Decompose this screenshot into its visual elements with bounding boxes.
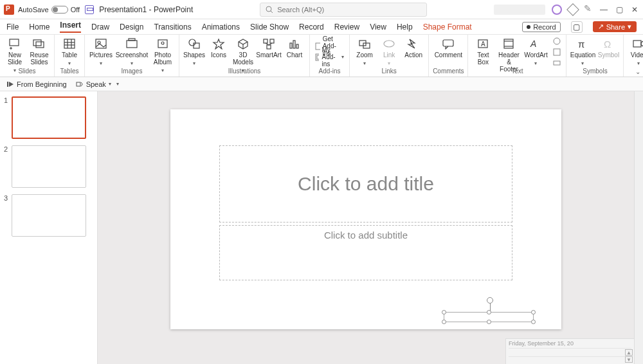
premium-icon[interactable] [566,3,579,16]
thumbnail-slide[interactable] [12,96,86,139]
maximize-button[interactable]: ▢ [615,5,624,14]
svg-line-1 [271,11,273,13]
tab-insert[interactable]: Insert [60,21,81,33]
tab-animations[interactable]: Animations [202,23,240,32]
subtitle-placeholder[interactable]: Click to add subtitle [219,225,512,280]
screenshot-button[interactable]: Screenshot▾ [116,36,148,67]
tab-shape-format[interactable]: Shape Format [423,23,472,32]
svg-rect-7 [64,39,75,48]
profile-icon[interactable] [552,5,562,15]
account-area[interactable] [494,5,545,15]
chart-button[interactable]: Chart [284,36,305,59]
svg-rect-25 [264,39,267,43]
zoom-button[interactable]: Zoom▾ [354,36,376,67]
slide-thumbnails-panel[interactable]: 1 2 3 [0,91,98,364]
svg-text:π: π [578,39,584,50]
tab-review[interactable]: Review [334,23,359,32]
autosave-control[interactable]: AutoSave Off [18,6,80,14]
svg-rect-5 [33,40,41,46]
resize-handle[interactable] [442,320,446,324]
svg-rect-61 [77,82,80,86]
icons-button[interactable]: Icons [208,36,230,59]
zoom-in-icon[interactable]: ▲ [625,349,633,356]
rotation-handle[interactable] [487,297,493,304]
svg-text:Ω: Ω [604,39,611,50]
speak-button[interactable]: Speak ▾ [76,80,111,88]
record-button[interactable]: Record [522,22,560,32]
reuse-slides-icon [32,37,46,50]
status-date: Friday, September 15, 20 [509,340,631,349]
my-addins-button[interactable]: My Add-ins ▾ [314,52,345,62]
shapes-button[interactable]: Shapes▾ [183,36,205,67]
photo-album-button[interactable]: Photo Album▾ [150,36,175,74]
tab-file[interactable]: File [6,23,19,32]
tab-design[interactable]: Design [120,23,143,32]
from-beginning-button[interactable]: From Beginning [6,80,67,88]
autosave-toggle[interactable] [51,6,68,14]
svg-point-17 [161,42,164,44]
title-placeholder[interactable]: Click to add title [219,145,512,223]
thumbnail-3[interactable]: 3 [4,194,93,237]
close-button[interactable]: ✕ [630,5,639,14]
vertical-scrollbar[interactable] [634,91,643,364]
slide[interactable]: Click to add title Click to add subtitle [170,109,561,329]
tab-home[interactable]: Home [29,23,50,32]
share-button[interactable]: ↗ Share ▾ [593,21,637,32]
tab-transitions[interactable]: Transitions [154,23,191,32]
text-box-button[interactable]: A Text Box [472,36,494,66]
object-icon[interactable] [552,58,562,68]
wordart-button[interactable]: A WordArt▾ [523,36,548,67]
menu-bar: File Home Insert Draw Design Transitions… [0,19,643,35]
smartart-button[interactable]: SmartArt [257,36,281,59]
present-icon[interactable]: ▢ [571,21,583,33]
resize-handle[interactable] [487,310,491,314]
video-button[interactable]: Video▾ [628,36,643,67]
thumbnail-2[interactable]: 2 [4,145,93,188]
slide-canvas-area[interactable]: Click to add title Click to add subtitle… [98,91,634,364]
reuse-slides-button[interactable]: Reuse Slides [28,36,50,66]
tab-record[interactable]: Record [299,23,324,32]
link-button[interactable]: Link▾ [378,36,400,67]
svg-rect-26 [270,39,274,43]
group-links: Zoom▾ Link▾ Action Links [350,35,429,77]
equation-button[interactable]: π Equation▾ [570,36,595,67]
svg-rect-43 [504,39,513,48]
resize-handle[interactable] [531,320,536,324]
group-comments: Comment Comments [429,35,468,77]
comment-button[interactable]: Comment [436,36,460,59]
comment-icon [441,37,455,50]
collapse-ribbon-icon[interactable]: ⌄ [635,68,640,75]
save-icon[interactable] [85,5,94,14]
pictures-button[interactable]: Pictures▾ [89,36,113,67]
svg-rect-33 [316,43,320,50]
minimize-button[interactable]: — [599,5,608,14]
slide-number-icon[interactable] [552,47,562,57]
resize-handle[interactable] [531,310,536,314]
customize-quick-access[interactable]: ▾ [116,81,119,87]
action-button[interactable]: Action [403,36,424,59]
thumbnail-slide[interactable] [12,194,86,237]
tab-draw[interactable]: Draw [91,23,109,32]
table-button[interactable]: Table▾ [59,36,80,67]
tab-slide-show[interactable]: Slide Show [250,23,289,32]
photo-album-icon [156,37,170,50]
selected-text-box[interactable] [444,312,534,322]
symbol-button[interactable]: Ω Symbol [597,36,619,59]
inking-icon[interactable] [584,5,593,14]
action-icon [406,37,421,50]
document-title: Presentation1 - PowerPoint [99,5,193,14]
thumbnail-1[interactable]: 1 [4,96,93,139]
date-time-icon[interactable] [552,36,562,46]
search-box[interactable]: Search (Alt+Q) [260,3,427,17]
resize-handle[interactable] [487,320,491,324]
symbol-icon: Ω [601,37,615,50]
tab-view[interactable]: View [370,23,386,32]
tab-help[interactable]: Help [397,23,413,32]
svg-rect-27 [267,45,271,49]
resize-handle[interactable] [442,310,446,314]
shapes-icon [187,37,201,50]
svg-text:A: A [530,39,536,49]
zoom-out-icon[interactable]: ▼ [625,356,633,363]
thumbnail-slide[interactable] [12,145,86,188]
group-tables: Table▾ Tables [55,35,85,77]
